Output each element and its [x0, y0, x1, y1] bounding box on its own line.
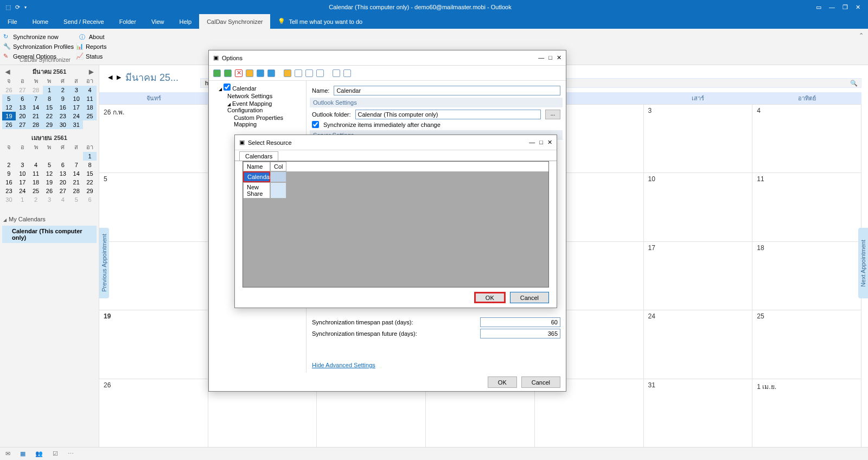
day-cell[interactable]: 5 [69, 195, 83, 204]
name-header[interactable]: Name [243, 162, 270, 171]
previous-appointment-tab[interactable]: Previous Appointment [99, 228, 109, 298]
options-ok-button[interactable]: OK [488, 376, 517, 388]
sync-now-button[interactable]: Synchronize now [13, 34, 59, 40]
calendar-cell[interactable]: 17 [644, 242, 753, 310]
day-cell[interactable]: 13 [56, 169, 69, 178]
minimonth-april[interactable]: เมษายน 2561 จอพพศสอา12345678910111213141… [0, 131, 99, 206]
sync-immediate-checkbox[interactable] [312, 121, 319, 128]
mail-icon[interactable]: ✉ [5, 450, 10, 457]
resource-row-newshare[interactable]: New Share [243, 182, 548, 199]
tell-me[interactable]: 💡Tell me what you want to do [270, 18, 362, 25]
quickaccess-dropdown[interactable]: ▾ [24, 5, 27, 10]
reports-button[interactable]: Reports [86, 43, 107, 50]
day-cell[interactable]: 19 [43, 178, 56, 187]
calendar-cell[interactable]: 10 [644, 173, 753, 241]
day-cell[interactable]: 24 [69, 112, 83, 120]
day-cell[interactable]: 20 [16, 112, 29, 120]
calendars-tab[interactable]: Calendars [239, 151, 278, 161]
options-cancel-button[interactable]: Cancel [521, 376, 560, 388]
day-cell[interactable]: 27 [56, 187, 69, 195]
quickaccess-icon[interactable]: ⟳ [15, 4, 20, 11]
resource-row-calendar[interactable]: Calendar [243, 171, 548, 182]
calendar-cell[interactable] [99, 242, 208, 310]
day-cell[interactable]: 5 [2, 94, 16, 103]
calendar-cell[interactable]: 24 [644, 310, 753, 378]
day-cell[interactable]: 5 [43, 161, 56, 169]
export-icon[interactable] [343, 69, 351, 77]
day-cell[interactable]: 21 [29, 112, 43, 120]
calendar-cell[interactable]: 25 [752, 310, 861, 378]
day-cell[interactable]: 29 [83, 187, 97, 195]
day-cell[interactable]: 3 [16, 161, 29, 169]
minimonth-march[interactable]: ◀มีนาคม 2561▶ จอพพศสอา262728123456789101… [0, 65, 99, 131]
day-cell[interactable]: 26 [2, 86, 16, 94]
resource-cancel-button[interactable]: Cancel [510, 292, 549, 303]
profiles-button[interactable]: Sychronization Profiles [13, 43, 74, 50]
day-cell[interactable]: 19 [2, 112, 16, 120]
day-cell[interactable]: 8 [43, 94, 56, 103]
day-cell[interactable]: 16 [2, 178, 16, 187]
calendar-cell[interactable]: 5 [99, 173, 208, 241]
sendreceive-tab[interactable]: Send / Receive [56, 14, 112, 29]
day-cell[interactable] [16, 152, 29, 161]
calendar-cell[interactable]: 3 [644, 105, 753, 173]
day-cell[interactable]: 15 [83, 169, 97, 178]
calendar-icon[interactable]: ▦ [20, 450, 25, 457]
day-cell[interactable]: 28 [69, 187, 83, 195]
up-icon[interactable] [257, 69, 264, 77]
my-calendars-header[interactable]: My Calendars [0, 214, 99, 225]
tree-expand-icon[interactable]: ◢ [219, 87, 222, 92]
calendar-checkbox[interactable] [224, 84, 231, 91]
day-cell[interactable]: 4 [29, 161, 43, 169]
day-cell[interactable] [56, 152, 69, 161]
day-cell[interactable]: 4 [56, 195, 69, 204]
status-button[interactable]: Status [86, 53, 103, 60]
day-cell[interactable]: 1 [16, 195, 29, 204]
delete-icon[interactable]: ✕ [235, 69, 242, 77]
tree-custom[interactable]: Custom Properties Mapping [212, 114, 303, 128]
add-multi-icon[interactable] [224, 69, 232, 77]
day-cell[interactable]: 16 [56, 103, 69, 112]
calendar-cell[interactable]: 18 [752, 242, 861, 310]
day-cell[interactable]: 28 [29, 120, 43, 129]
day-cell[interactable]: 6 [83, 195, 97, 204]
day-cell[interactable]: 22 [43, 112, 56, 120]
day-cell[interactable]: 26 [2, 120, 16, 129]
day-cell[interactable]: 6 [16, 94, 29, 103]
day-cell[interactable]: 9 [2, 169, 16, 178]
day-cell[interactable]: 4 [83, 86, 97, 94]
clear-icon[interactable] [295, 69, 302, 77]
day-cell[interactable]: 29 [43, 120, 56, 129]
next-appointment-tab[interactable]: Next Appointment [858, 228, 868, 298]
day-cell[interactable]: 12 [43, 169, 56, 178]
down-icon[interactable] [267, 69, 275, 77]
day-cell[interactable]: 24 [16, 187, 29, 195]
day-cell[interactable]: 31 [69, 120, 83, 129]
close-button[interactable]: ✕ [856, 4, 860, 11]
day-cell[interactable]: 18 [29, 178, 43, 187]
day-cell[interactable]: 8 [83, 161, 97, 169]
day-cell[interactable]: 17 [69, 103, 83, 112]
day-cell[interactable]: 7 [69, 161, 83, 169]
day-cell[interactable]: 10 [69, 94, 83, 103]
calendar-cell[interactable]: 11 [752, 173, 861, 241]
collapse-ribbon-button[interactable]: ⌃ [859, 32, 864, 39]
day-cell[interactable]: 3 [69, 86, 83, 94]
cal-prev-button[interactable]: ◀ [108, 74, 112, 81]
browse-button[interactable]: ... [545, 110, 560, 119]
dialog-maximize-button[interactable]: □ [548, 54, 552, 61]
day-cell[interactable]: 10 [16, 169, 29, 178]
link-icon[interactable] [305, 69, 313, 77]
day-cell[interactable]: 1 [83, 152, 97, 161]
calendar-cell[interactable]: 26 ก.พ. [99, 105, 208, 173]
day-cell[interactable]: 21 [69, 178, 83, 187]
home-tab[interactable]: Home [25, 14, 56, 29]
day-cell[interactable]: 23 [2, 187, 16, 195]
calendar-cell[interactable]: 4 [752, 105, 861, 173]
day-cell[interactable]: 30 [2, 195, 16, 204]
day-cell[interactable]: 25 [29, 187, 43, 195]
search-icon[interactable]: 🔍 [850, 80, 858, 87]
day-cell[interactable]: 15 [43, 103, 56, 112]
name-input[interactable] [334, 86, 560, 95]
caldav-tab[interactable]: CalDav Synchronizer [199, 14, 270, 29]
